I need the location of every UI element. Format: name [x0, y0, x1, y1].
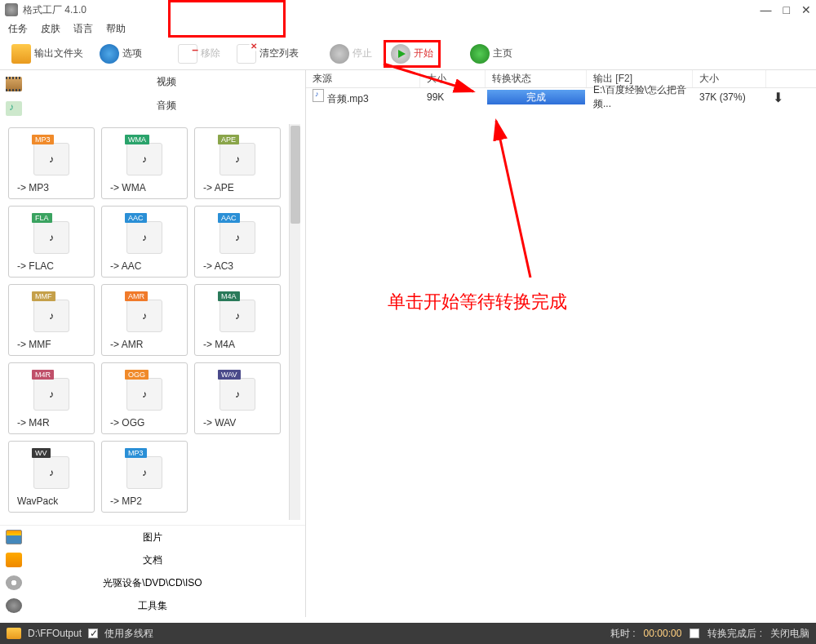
format-tile-ogg[interactable]: OGG♪-> OGG — [101, 362, 188, 434]
format-tile-icon: ♪ — [126, 456, 162, 489]
format-tile-label: -> OGG — [102, 417, 144, 429]
format-tile-label: -> APE — [195, 182, 234, 193]
format-tile-icon: ♪ — [33, 378, 69, 411]
minimize-button[interactable]: — — [761, 3, 772, 16]
remove-label: 移除 — [201, 47, 220, 60]
category-document[interactable]: 文档 — [0, 549, 305, 571]
clear-label: 清空列表 — [259, 47, 299, 60]
start-button[interactable]: 开始 — [384, 40, 441, 68]
format-tile-m4a[interactable]: M4A♪-> M4A — [194, 284, 281, 356]
category-video[interactable]: 视频 — [28, 70, 305, 94]
menu-language[interactable]: 语言 — [73, 22, 93, 36]
task-list-header: 来源 大小 转换状态 输出 [F2] 大小 — [306, 70, 816, 88]
col-status[interactable]: 转换状态 — [486, 70, 587, 87]
category-audio-icon[interactable] — [0, 98, 28, 119]
format-tile-m4r[interactable]: M4R♪-> M4R — [8, 362, 95, 434]
menubar: 任务 皮肤 语言 帮助 — [0, 20, 816, 38]
col-size2[interactable]: 大小 — [693, 70, 766, 87]
picture-label: 图片 — [28, 531, 305, 544]
category-tools[interactable]: 工具集 — [0, 594, 305, 617]
format-grid-scroll: MP3♪-> MP3WMA♪-> WMAAPE♪-> APEFLA♪-> FLA… — [0, 119, 305, 525]
format-tile-mp3[interactable]: MP3♪-> MP3 — [8, 127, 95, 199]
multithread-label: 使用多线程 — [104, 627, 153, 641]
format-tile-icon: ♪ — [33, 456, 69, 489]
format-tile-wavpack[interactable]: WV♪WavPack — [8, 441, 95, 513]
annotation-text: 单击开始等待转换完成 — [388, 290, 567, 314]
format-tile-wma[interactable]: WMA♪-> WMA — [101, 127, 188, 199]
format-tile-icon: ♪ — [126, 378, 162, 411]
format-tile-flac[interactable]: FLA♪-> FLAC — [8, 206, 95, 278]
option-button[interactable]: 选项 — [95, 42, 147, 66]
row-filename: 音频.mp3 — [327, 93, 369, 104]
category-video-icon[interactable] — [0, 73, 28, 95]
format-tile-icon: ♪ — [220, 143, 255, 175]
format-tile-label: -> FLAC — [9, 260, 54, 272]
format-tile-mmf[interactable]: MMF♪-> MMF — [8, 284, 95, 356]
menu-help[interactable]: 帮助 — [106, 22, 126, 36]
after-label: 转换完成后 : — [707, 627, 762, 641]
multithread-checkbox[interactable]: ✓ — [88, 628, 98, 638]
format-tile-label: -> WMA — [102, 182, 146, 193]
play-icon — [391, 44, 410, 64]
maximize-button[interactable]: □ — [783, 3, 790, 16]
tools-label: 工具集 — [28, 599, 305, 613]
document-icon — [6, 553, 22, 567]
stop-label: 停止 — [353, 47, 372, 60]
file-icon — [313, 89, 324, 102]
disc-icon — [6, 575, 22, 590]
scrollbar-thumb[interactable] — [290, 126, 300, 224]
format-tile-icon: ♪ — [220, 378, 255, 411]
elapsed-label: 耗时 : — [610, 627, 636, 641]
menu-skin[interactable]: 皮肤 — [41, 22, 60, 36]
statusbar-path[interactable]: D:\FFOutput — [28, 628, 82, 639]
output-folder-button[interactable]: 输出文件夹 — [7, 42, 88, 66]
format-tile-ac3[interactable]: AAC♪-> AC3 — [194, 206, 281, 278]
col-source[interactable]: 来源 — [306, 70, 420, 87]
after-checkbox[interactable] — [690, 628, 699, 638]
remove-icon — [178, 44, 197, 64]
document-label: 文档 — [28, 553, 305, 567]
clear-list-button[interactable]: 清空列表 — [232, 42, 304, 66]
format-tile-label: -> AC3 — [195, 260, 233, 272]
left-pane: 视频 音频 MP3♪-> MP3WMA♪-> WMAAPE♪-> APEFLA♪… — [0, 70, 306, 617]
stop-button[interactable]: 停止 — [325, 42, 377, 66]
format-tile-label: WavPack — [9, 495, 58, 507]
format-tile-amr[interactable]: AMR♪-> AMR — [101, 284, 188, 356]
format-tile-label: -> MP3 — [9, 182, 49, 193]
toolbar: 输出文件夹 选项 移除 清空列表 停止 开始 主页 — [0, 38, 816, 70]
remove-button[interactable]: 移除 — [173, 42, 225, 66]
menu-task[interactable]: 任务 — [8, 22, 28, 36]
format-tile-icon: ♪ — [33, 221, 69, 254]
format-tile-wav[interactable]: WAV♪-> WAV — [194, 362, 281, 434]
row-size2: 37K (37%) — [693, 91, 766, 103]
home-button[interactable]: 主页 — [465, 42, 517, 66]
tools-icon — [6, 598, 22, 613]
format-tile-icon: ♪ — [220, 221, 255, 254]
statusbar-folder-icon[interactable] — [7, 628, 21, 639]
col-size[interactable]: 大小 — [420, 70, 486, 87]
right-pane: 来源 大小 转换状态 输出 [F2] 大小 音频.mp3 99K 完成 E:\百… — [306, 70, 816, 617]
close-button[interactable]: ✕ — [801, 3, 811, 16]
format-tile-label: -> M4R — [9, 417, 50, 429]
download-arrow-icon[interactable]: ⬇ — [766, 90, 783, 105]
format-tile-aac[interactable]: AAC♪-> AAC — [101, 206, 188, 278]
workspace: 视频 音频 MP3♪-> MP3WMA♪-> WMAAPE♪-> APEFLA♪… — [0, 70, 816, 617]
after-value[interactable]: 关闭电脑 — [770, 627, 809, 641]
category-audio[interactable]: 音频 — [28, 94, 305, 118]
scrollbar[interactable] — [289, 124, 300, 520]
category-icon-column — [0, 70, 28, 119]
folder-icon — [11, 44, 31, 64]
format-tile-label: -> AMR — [102, 339, 143, 350]
format-tile-label: -> WAV — [195, 417, 236, 429]
category-disc[interactable]: 光驱设备\DVD\CD\ISO — [0, 571, 305, 594]
task-row[interactable]: 音频.mp3 99K 完成 E:\百度经验\怎么把音频... 37K (37%)… — [306, 88, 816, 106]
category-picture[interactable]: 图片 — [0, 526, 305, 549]
format-tile-icon: ♪ — [126, 221, 162, 254]
titlebar: 格式工厂 4.1.0 — □ ✕ — [0, 0, 816, 20]
format-tile-icon: ♪ — [33, 300, 69, 332]
format-tile-ape[interactable]: APE♪-> APE — [194, 127, 281, 199]
home-icon — [470, 44, 490, 64]
format-tile-icon: ♪ — [126, 300, 162, 332]
format-tile-mp2[interactable]: MP3♪-> MP2 — [101, 441, 188, 513]
start-label: 开始 — [414, 47, 433, 60]
